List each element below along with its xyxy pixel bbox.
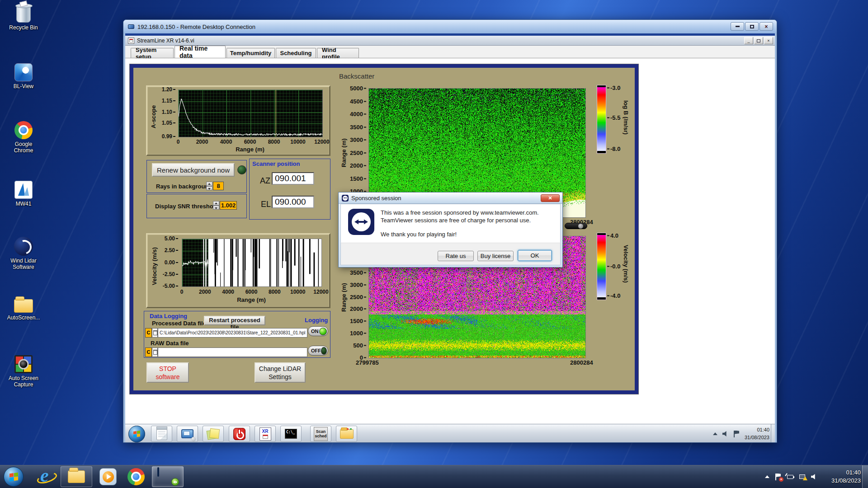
tick-label: 2.50 (165, 247, 178, 253)
teamviewer-mini-icon (342, 195, 349, 202)
data-logging-title: Data Logging (150, 313, 187, 319)
tick-label: 12000 (313, 289, 328, 295)
tick-label: 1000 (350, 330, 366, 337)
backscatter-heading: Backscatter (339, 72, 374, 80)
processed-logging-toggle-on[interactable]: ON (308, 326, 328, 336)
command-prompt-icon: C:\_ (285, 429, 297, 439)
host-clock[interactable]: 01:40 31/08/2023 (819, 469, 861, 485)
host-battery-icon[interactable] (787, 475, 793, 479)
ok-button[interactable]: OK (518, 250, 552, 261)
host-show-desktop-button[interactable] (862, 465, 868, 488)
desktop-icon-label: Google Chrome (9, 141, 38, 154)
remote-action-center-icon[interactable] (734, 431, 740, 437)
raw-path-field[interactable] (158, 347, 307, 357)
host-volume-muted-icon[interactable] (811, 474, 817, 480)
xr-icon-text: XR (262, 429, 269, 434)
el-value-field[interactable]: 090.000 (272, 196, 314, 208)
remote-hidden-icons-arrow[interactable] (713, 432, 717, 435)
remote-start-button[interactable] (128, 426, 145, 442)
rdp-close-button[interactable]: × (760, 22, 773, 31)
desktop-icon-google-chrome[interactable]: Google Chrome (0, 121, 47, 154)
rdp-icon (128, 24, 134, 29)
remote-desktop-icon (157, 468, 178, 485)
auto-screen-capture-icon (14, 355, 33, 373)
tab-wind-profile[interactable]: Wind profile (317, 48, 359, 58)
stop-software-button[interactable]: STOP software (146, 362, 189, 383)
background-status-led (237, 165, 246, 174)
processed-drive-selector[interactable]: C (145, 328, 152, 338)
host-taskbar-windows-explorer[interactable] (61, 466, 92, 487)
raw-drive-selector[interactable]: C (145, 347, 152, 357)
tick-label: 500 (353, 342, 366, 349)
desktop-icon-mw41[interactable]: MW41 (0, 181, 47, 207)
wind-lidar-icon (14, 237, 33, 256)
backscatter-colorbar-label: log B (/m/sr) (623, 100, 629, 135)
dialog-titlebar[interactable]: Sponsored session (339, 192, 562, 204)
host-taskbar-media-player[interactable] (96, 466, 120, 487)
app-minimize-button[interactable]: _ (744, 37, 753, 44)
off-label: OFF (311, 348, 321, 353)
tick-label: -5.00 (163, 283, 178, 289)
host-taskbar-chrome[interactable] (124, 466, 148, 487)
tick-label: 1500 (350, 175, 366, 182)
host-clock-date: 31/08/2023 (819, 477, 861, 485)
remote-taskbar-sticky-notes[interactable] (203, 426, 224, 442)
change-lidar-settings-button[interactable]: Change LiDAR Settings (255, 362, 306, 383)
rays-value[interactable]: 8 (213, 182, 224, 190)
host-network-warning-icon[interactable] (799, 474, 805, 479)
app-titlebar[interactable]: StreamLine XR v14-6.vi (125, 36, 775, 46)
desktop-icon-wind-lidar[interactable]: Wind Lidar Software (0, 237, 47, 270)
stop-line1: STOP (159, 365, 176, 372)
remote-taskbar-notepad[interactable] (151, 426, 172, 442)
snr-value[interactable]: 1.002 (220, 201, 237, 210)
buy-license-button[interactable]: Buy license (477, 251, 514, 261)
tick-label: 10000 (290, 289, 305, 295)
processed-path-field[interactable] (158, 328, 307, 338)
remote-taskbar-streamline-xr[interactable]: XR (255, 426, 276, 442)
dialog-close-button[interactable]: ✕ (541, 194, 560, 202)
host-taskbar-remote-desktop[interactable] (152, 466, 184, 487)
snr-spinner[interactable] (213, 201, 219, 210)
desktop-icon-label: Wind Lidar Software (7, 258, 40, 270)
remote-clock-date: 31/08/2023 (740, 434, 769, 441)
app-close-button[interactable]: × (764, 37, 773, 44)
remote-taskbar-display-settings[interactable] (177, 426, 198, 442)
rdp-titlebar[interactable]: 192.168.0.150 - Remote Desktop Connectio… (123, 20, 777, 33)
host-action-center-icon[interactable]: × (775, 474, 781, 480)
tab-real-time-data[interactable]: Real time data (175, 46, 226, 58)
rdp-minimize-button[interactable] (731, 22, 744, 31)
raw-browse-button[interactable] (152, 347, 158, 357)
az-value-field[interactable]: 090.001 (272, 172, 314, 185)
rays-spinner[interactable] (206, 182, 212, 190)
host-hidden-icons-arrow[interactable] (765, 475, 769, 478)
tab-scheduling[interactable]: Scheduling (276, 48, 316, 58)
host-taskbar-internet-explorer[interactable]: e (34, 466, 58, 487)
remote-taskbar-folder[interactable] (336, 426, 357, 442)
processed-browse-button[interactable] (152, 328, 158, 338)
tab-system-setup[interactable]: System setup (131, 48, 174, 58)
velocity-colorbar (597, 233, 606, 300)
desktop-icon-auto-screen-capture[interactable]: Auto Screen Capture (0, 355, 47, 388)
remote-volume-icon[interactable] (722, 431, 729, 437)
raw-logging-toggle-off[interactable]: OFF (308, 346, 328, 356)
remote-taskbar-scan-scheduler[interactable]: Scan sched (310, 426, 331, 442)
remote-show-desktop-button[interactable] (771, 424, 775, 442)
remote-taskbar-power-off[interactable] (229, 426, 250, 442)
app-restore-button[interactable] (754, 37, 763, 44)
renew-background-button[interactable]: Renew background now (152, 163, 235, 177)
rate-us-button[interactable]: Rate us (438, 251, 474, 261)
map-scroll-knob[interactable] (565, 223, 587, 229)
host-start-button[interactable] (4, 467, 24, 487)
desktop-icon-autoscreen-folder[interactable]: AutoScreen... (0, 296, 47, 321)
data-logging-box: Data Logging Processed Data file Restart… (144, 311, 330, 358)
tick-label: -2.50 (163, 271, 178, 277)
desktop-icon-bl-view[interactable]: BL-View (0, 63, 47, 89)
remote-clock[interactable]: 01:40 31/08/2023 (740, 426, 769, 441)
tab-strip: System setup Real time data Temp/humidit… (125, 46, 775, 58)
remote-taskbar-command-prompt[interactable]: C:\_ (280, 426, 302, 442)
sponsored-session-dialog: Sponsored session ✕ This was a free sess… (338, 192, 563, 267)
tab-temp-humidity[interactable]: Temp/humidity (226, 48, 275, 58)
desktop-icon-recycle-bin[interactable]: Recycle Bin (0, 5, 47, 31)
restart-processed-file-button[interactable]: Restart processed file (204, 316, 265, 325)
rdp-maximize-button[interactable] (745, 22, 759, 31)
